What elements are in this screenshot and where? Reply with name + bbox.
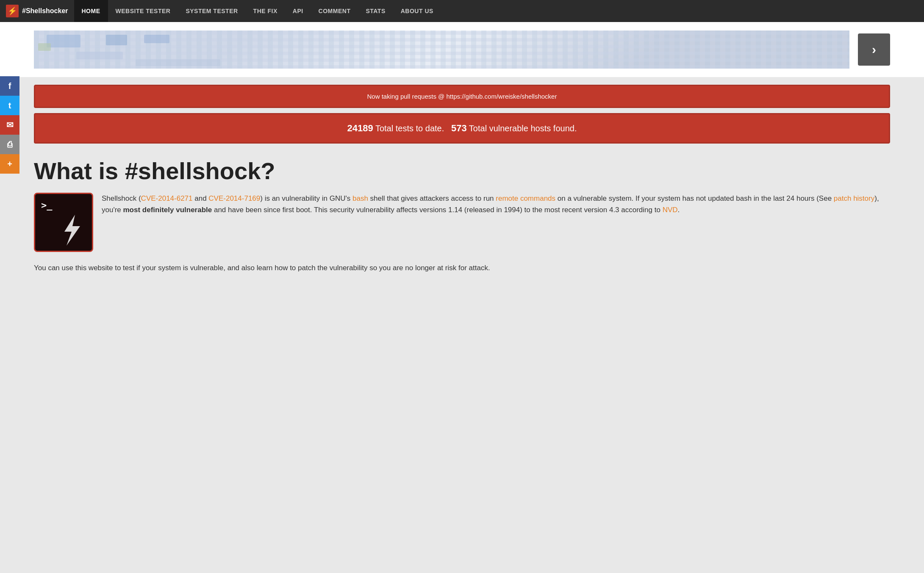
cve1-link[interactable]: CVE-2014-6271 bbox=[141, 194, 193, 202]
pr-banner-text: Now taking pull requests @ https://githu… bbox=[367, 93, 557, 100]
nav-items: HOME WEBSITE TESTER SYSTEM TESTER THE FI… bbox=[74, 0, 441, 22]
patch-history-link[interactable]: patch history bbox=[834, 194, 874, 202]
banner-next-button[interactable]: › bbox=[858, 33, 890, 66]
facebook-button[interactable]: f bbox=[0, 76, 19, 96]
more-button[interactable]: + bbox=[0, 154, 19, 174]
brand-icon: ⚡ bbox=[6, 5, 19, 17]
email-button[interactable]: ✉ bbox=[0, 115, 19, 135]
svg-marker-0 bbox=[64, 215, 80, 246]
desc-part8: . bbox=[678, 206, 680, 214]
shellshock-icon: >_ bbox=[34, 193, 93, 252]
remote-commands-link[interactable]: remote commands bbox=[496, 194, 555, 202]
nav-item-the-fix[interactable]: THE FIX bbox=[246, 0, 285, 22]
desc-part2: and bbox=[193, 194, 209, 202]
social-sidebar: f t ✉ ⎙ + bbox=[0, 76, 19, 174]
desc-part3: ) is an vulnerability in GNU's bbox=[260, 194, 352, 202]
nav-item-system-tester[interactable]: SYSTEM TESTER bbox=[178, 0, 245, 22]
stats-vulns-label: Total vulnerable hosts found. bbox=[469, 124, 577, 133]
pr-banner: Now taking pull requests @ https://githu… bbox=[34, 85, 890, 108]
banner-image bbox=[34, 30, 849, 69]
nav-item-home[interactable]: HOME bbox=[74, 0, 108, 22]
terminal-prompt-icon: >_ bbox=[41, 200, 53, 210]
twitter-icon: t bbox=[8, 101, 11, 111]
page-title: What is #shellshock? bbox=[34, 158, 890, 184]
main-content: › Now taking pull requests @ https://git… bbox=[0, 22, 924, 297]
nav-item-website-tester[interactable]: WEBSITE TESTER bbox=[108, 0, 178, 22]
stats-test-count: 24189 bbox=[347, 123, 373, 133]
banner-area: › bbox=[0, 22, 924, 77]
desc-part7: and have been since first boot. This sec… bbox=[212, 206, 662, 214]
desc-part5: on a vulnerable system. If your system h… bbox=[555, 194, 834, 202]
description-block: >_ Shellshock (CVE-2014-6271 and CVE-201… bbox=[34, 193, 890, 252]
stats-vuln-count: 573 bbox=[451, 123, 467, 133]
twitter-button[interactable]: t bbox=[0, 96, 19, 115]
print-icon: ⎙ bbox=[7, 140, 12, 149]
nav-item-api[interactable]: API bbox=[285, 0, 311, 22]
description-paragraph: Shellshock (CVE-2014-6271 and CVE-2014-7… bbox=[102, 193, 890, 216]
email-icon: ✉ bbox=[6, 120, 14, 130]
nav-item-comment[interactable]: COMMENT bbox=[311, 0, 358, 22]
stats-tests-label: Total tests to date. bbox=[375, 124, 444, 133]
stats-banner: 24189 Total tests to date. 573 Total vul… bbox=[34, 113, 890, 144]
nvd-link[interactable]: NVD bbox=[663, 206, 678, 214]
lightning-icon bbox=[54, 213, 88, 246]
second-paragraph: You can use this website to test if your… bbox=[34, 262, 890, 274]
cve2-link[interactable]: CVE-2014-7169 bbox=[208, 194, 260, 202]
chevron-right-icon: › bbox=[872, 42, 876, 57]
content-area: What is #shellshock? >_ Shellshock (CVE-… bbox=[0, 154, 924, 297]
nav-item-about-us[interactable]: ABOUT US bbox=[393, 0, 441, 22]
bold-vulnerable-text: most definitely vulnerable bbox=[123, 206, 212, 214]
brand-name: #Shellshocker bbox=[22, 7, 68, 15]
desc-part1: Shellshock ( bbox=[102, 194, 141, 202]
desc-part4: shell that gives attackers access to run bbox=[368, 194, 496, 202]
nav-item-stats[interactable]: STATS bbox=[358, 0, 393, 22]
facebook-icon: f bbox=[8, 81, 11, 91]
more-icon: + bbox=[7, 159, 12, 169]
brand-logo[interactable]: ⚡ #Shellshocker bbox=[0, 5, 74, 17]
navbar: ⚡ #Shellshocker HOME WEBSITE TESTER SYST… bbox=[0, 0, 924, 22]
print-button[interactable]: ⎙ bbox=[0, 135, 19, 154]
bash-link[interactable]: bash bbox=[352, 194, 368, 202]
